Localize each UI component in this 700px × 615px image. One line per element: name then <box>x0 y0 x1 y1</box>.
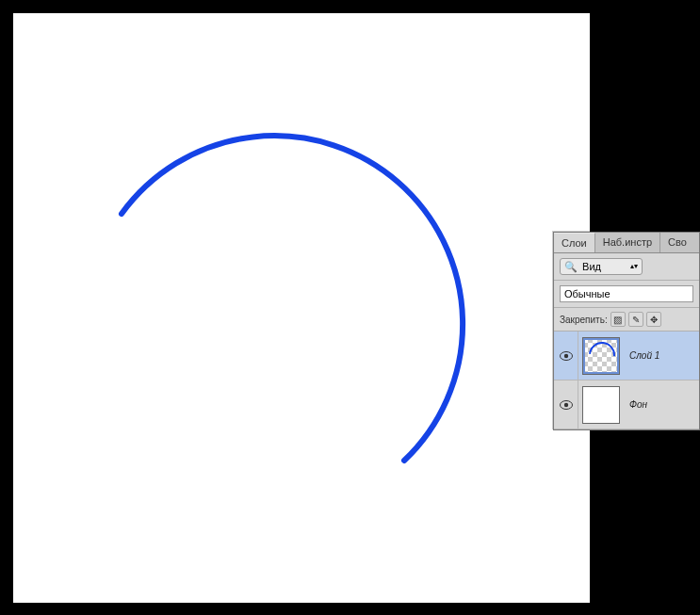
layer-thumbnail[interactable] <box>578 382 624 428</box>
layers-list: Слой 1 Фон <box>554 332 699 429</box>
canvas[interactable] <box>13 13 590 603</box>
lock-label: Закрепить: <box>560 315 608 325</box>
lock-move-icon[interactable]: ✥ <box>646 312 661 327</box>
eye-icon <box>560 400 573 410</box>
lock-transparency-icon[interactable]: ▨ <box>610 312 626 327</box>
eye-icon <box>560 351 573 361</box>
tab-tools[interactable]: Наб.инстр <box>595 233 660 252</box>
visibility-toggle[interactable] <box>554 380 578 429</box>
layer-row[interactable]: Слой 1 <box>554 332 699 380</box>
lock-row: Закрепить: ▨ ✎ ✥ <box>554 308 699 332</box>
filter-label: Вид <box>582 261 601 272</box>
filter-kind-select[interactable]: 🔍 Вид ▴▾ <box>560 258 643 275</box>
visibility-toggle[interactable] <box>554 332 578 380</box>
svg-point-1 <box>563 353 567 357</box>
layers-panel: Слои Наб.инстр Сво 🔍 Вид ▴▾ Закрепить: ▨… <box>553 232 700 430</box>
updown-icon: ▴▾ <box>630 263 638 270</box>
arc-path <box>122 136 463 461</box>
tab-properties[interactable]: Сво <box>660 233 699 252</box>
panel-tabs: Слои Наб.инстр Сво <box>554 233 699 253</box>
lock-brush-icon[interactable]: ✎ <box>628 312 643 327</box>
layer-thumbnail[interactable] <box>578 333 624 379</box>
layer-name: Фон <box>624 399 647 410</box>
search-icon: 🔍 <box>564 261 578 272</box>
filter-row: 🔍 Вид ▴▾ <box>554 253 699 281</box>
blend-row <box>554 281 699 308</box>
tab-layers[interactable]: Слои <box>554 233 595 252</box>
layer-name: Слой 1 <box>624 350 659 361</box>
svg-point-3 <box>563 402 567 406</box>
blend-mode-select[interactable] <box>560 285 693 302</box>
layer-row[interactable]: Фон <box>554 380 699 429</box>
